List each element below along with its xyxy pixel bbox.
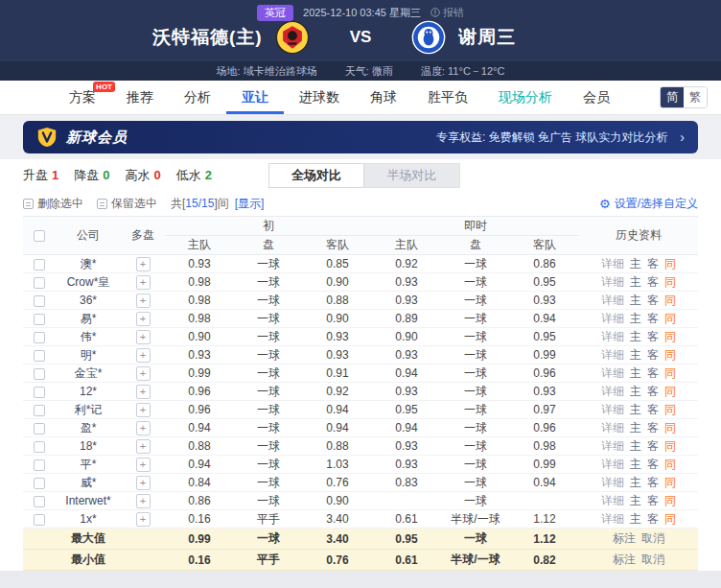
select-all-checkbox[interactable] [34, 230, 45, 242]
history-home-link[interactable]: 主 [630, 294, 641, 307]
row-select-checkbox[interactable] [34, 459, 45, 471]
history-same-link[interactable]: 同 [664, 439, 676, 453]
company-name[interactable]: 平* [56, 456, 121, 474]
history-away-link[interactable]: 客 [647, 312, 659, 325]
multi-odds-expand-button[interactable]: + [136, 458, 151, 472]
history-detail-link[interactable]: 详细 [601, 275, 624, 289]
history-detail-link[interactable]: 详细 [601, 366, 624, 380]
row-select-checkbox[interactable] [34, 514, 45, 526]
tab-membership[interactable]: 会员 [568, 81, 625, 114]
tab-live-analysis[interactable]: 现场分析 [483, 81, 568, 114]
multi-odds-expand-button[interactable]: + [136, 403, 151, 417]
lang-simplified-button[interactable]: 简 [661, 87, 684, 107]
history-detail-link[interactable]: 详细 [601, 421, 624, 435]
multi-odds-expand-button[interactable]: + [136, 494, 151, 508]
multi-odds-expand-button[interactable]: + [136, 257, 151, 271]
history-away-link[interactable]: 客 [647, 439, 659, 453]
row-select-checkbox[interactable] [34, 277, 45, 289]
filter-handicap-up[interactable]: 升盘1 [23, 167, 58, 184]
tab-half-match-compare[interactable]: 半场对比 [364, 163, 460, 188]
row-select-checkbox[interactable] [34, 368, 45, 380]
multi-odds-expand-button[interactable]: + [136, 348, 151, 363]
settings-customize-link[interactable]: ⚙ 设置/选择自定义 [599, 196, 698, 212]
history-detail-link[interactable]: 详细 [601, 494, 624, 507]
company-name[interactable]: 盈* [56, 419, 121, 437]
history-same-link[interactable]: 同 [664, 476, 676, 489]
history-detail-link[interactable]: 详细 [601, 476, 624, 489]
history-detail-link[interactable]: 详细 [601, 257, 624, 270]
history-detail-link[interactable]: 详细 [601, 512, 624, 526]
history-same-link[interactable]: 同 [664, 312, 676, 325]
row-select-checkbox[interactable] [34, 405, 45, 416]
company-name[interactable]: 利*记 [56, 401, 121, 419]
history-home-link[interactable]: 主 [630, 421, 641, 435]
history-detail-link[interactable]: 详细 [601, 330, 624, 343]
history-away-link[interactable]: 客 [647, 385, 659, 398]
history-home-link[interactable]: 主 [630, 512, 641, 526]
history-same-link[interactable]: 同 [664, 494, 676, 507]
history-detail-link[interactable]: 详细 [601, 403, 624, 416]
cancel-link[interactable]: 取消 [641, 553, 664, 566]
tab-recommend[interactable]: 推荐 [111, 81, 169, 114]
league-badge[interactable]: 英冠 [257, 5, 293, 21]
history-away-link[interactable]: 客 [647, 330, 659, 343]
tab-plans[interactable]: 方案 HOT [54, 81, 111, 114]
multi-odds-expand-button[interactable]: + [136, 512, 151, 527]
company-name[interactable]: Interwet* [56, 492, 121, 510]
tab-goals[interactable]: 进球数 [284, 81, 355, 114]
history-same-link[interactable]: 同 [664, 366, 676, 380]
company-name[interactable]: 易* [56, 310, 121, 328]
company-name[interactable]: 澳* [56, 255, 121, 273]
company-name[interactable]: 18* [56, 437, 121, 456]
history-home-link[interactable]: 主 [630, 403, 641, 416]
history-away-link[interactable]: 客 [647, 476, 659, 489]
history-home-link[interactable]: 主 [630, 366, 641, 380]
history-same-link[interactable]: 同 [664, 294, 676, 307]
tab-full-match-compare[interactable]: 全场对比 [268, 163, 364, 188]
row-select-checkbox[interactable] [34, 259, 45, 270]
multi-odds-expand-button[interactable]: + [136, 312, 151, 326]
history-same-link[interactable]: 同 [664, 403, 676, 416]
report-error-link[interactable]: 报错 [430, 6, 464, 20]
lang-traditional-button[interactable]: 繁 [684, 87, 707, 107]
company-name[interactable]: 1x* [56, 510, 121, 529]
company-name[interactable]: 伟* [56, 328, 121, 346]
row-select-checkbox[interactable] [34, 441, 45, 453]
history-home-link[interactable]: 主 [630, 439, 641, 453]
row-select-checkbox[interactable] [34, 295, 45, 307]
multi-odds-expand-button[interactable]: + [136, 275, 151, 290]
company-name[interactable]: 36* [56, 292, 121, 310]
history-away-link[interactable]: 客 [647, 294, 659, 307]
history-home-link[interactable]: 主 [630, 312, 641, 325]
history-same-link[interactable]: 同 [664, 458, 676, 471]
row-select-checkbox[interactable] [34, 496, 45, 507]
company-name[interactable]: 12* [56, 383, 121, 401]
history-same-link[interactable]: 同 [664, 348, 676, 362]
history-home-link[interactable]: 主 [630, 330, 641, 343]
history-detail-link[interactable]: 详细 [601, 312, 624, 325]
history-same-link[interactable]: 同 [664, 385, 676, 398]
multi-odds-expand-button[interactable]: + [136, 330, 151, 344]
company-name[interactable]: 威* [56, 474, 121, 492]
multi-odds-expand-button[interactable]: + [136, 476, 151, 490]
history-home-link[interactable]: 主 [630, 494, 641, 507]
row-select-checkbox[interactable] [34, 423, 45, 435]
multi-odds-expand-button[interactable]: + [136, 421, 151, 435]
history-detail-link[interactable]: 详细 [601, 348, 624, 362]
row-select-checkbox[interactable] [34, 478, 45, 489]
history-away-link[interactable]: 客 [647, 348, 659, 362]
history-away-link[interactable]: 客 [647, 494, 659, 507]
company-name[interactable]: Crow*皇 [56, 273, 121, 292]
history-away-link[interactable]: 客 [647, 458, 659, 471]
tab-asian-handicap[interactable]: 亚让 [226, 81, 284, 114]
history-detail-link[interactable]: 详细 [601, 439, 624, 453]
company-name[interactable]: 明* [56, 346, 121, 365]
history-home-link[interactable]: 主 [630, 257, 641, 270]
history-same-link[interactable]: 同 [664, 330, 676, 343]
history-home-link[interactable]: 主 [630, 458, 641, 471]
history-same-link[interactable]: 同 [664, 512, 676, 526]
multi-odds-expand-button[interactable]: + [136, 439, 151, 454]
history-same-link[interactable]: 同 [664, 275, 676, 289]
filter-water-low[interactable]: 低水2 [176, 167, 212, 184]
multi-odds-expand-button[interactable]: + [136, 294, 151, 308]
